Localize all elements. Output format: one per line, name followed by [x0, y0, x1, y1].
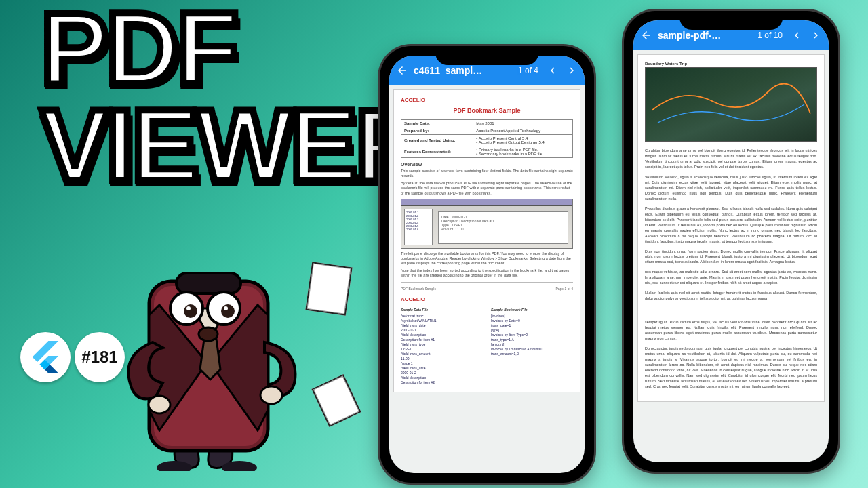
- body-text: Duis non tincidunt urna. Nam sapien risu…: [645, 249, 817, 266]
- svg-rect-4: [176, 273, 241, 293]
- svg-point-13: [260, 386, 282, 404]
- svg-point-8: [221, 304, 235, 318]
- code-columns: Sample Data File ^reformat trunc ^symbol…: [401, 308, 573, 385]
- flying-paper-icon: [305, 262, 352, 316]
- chevron-right-icon: [810, 29, 822, 41]
- body-text: This sample consists of a simple form co…: [401, 169, 573, 178]
- brand-logo: ACCELIO: [401, 97, 573, 103]
- body-text: nec neque vehicula, ac molestie odio orn…: [645, 270, 817, 286]
- body-text: Curabitur bibendum ante urna, vel blandi…: [645, 148, 817, 170]
- page-indicator: 1 of 10: [755, 30, 785, 40]
- body-text: The left pane displays the available boo…: [401, 251, 573, 266]
- next-page-button[interactable]: [564, 63, 579, 78]
- bookmark-tree: 2000-01-1 2000-01-2 2000-01-3 2000-01-4 …: [404, 209, 433, 245]
- document-title: sample-pdf-…: [658, 30, 751, 41]
- flutter-badge: [20, 332, 71, 382]
- record-form: Date 2000-01-1 Description Description f…: [438, 211, 568, 244]
- badges: #181: [20, 332, 125, 382]
- pdf-page[interactable]: ACCELIO PDF Bookmark Sample Sample Date:…: [393, 89, 580, 392]
- next-page-button[interactable]: [808, 28, 823, 43]
- back-button[interactable]: [395, 63, 410, 78]
- map-image: [645, 67, 817, 142]
- body-text: Donec auctor, turpis sed accumsan quis l…: [645, 346, 817, 390]
- svg-point-7: [184, 304, 197, 318]
- svg-point-10: [224, 306, 228, 310]
- body-text: By default, the data file will produce a…: [401, 181, 573, 195]
- body-text: semper ligula. Proin dictum eros turpis,…: [645, 320, 817, 342]
- svg-point-11: [199, 327, 218, 341]
- pdf-page[interactable]: Boundary Waters Trip Curabitur bibendum …: [637, 54, 825, 402]
- embedded-screenshot: 2000-01-1 2000-01-2 2000-01-3 2000-01-4 …: [401, 199, 573, 249]
- brand-logo: ACCELIO: [401, 296, 573, 302]
- body-text: Vestibulum eleifend, ligula a scelerisqu…: [645, 175, 817, 202]
- phone-mockup-right: sample-pdf-… 1 of 10 Boundary Waters Tri…: [624, 11, 838, 472]
- doc-title: PDF Bookmark Sample: [401, 107, 573, 114]
- prev-page-button[interactable]: [545, 63, 560, 78]
- document-title: c4611_sampl…: [414, 65, 511, 76]
- flutter-logo-icon: [32, 341, 59, 373]
- metadata-table: Sample Date:May 2001 Prepared by:Accelio…: [401, 119, 573, 158]
- body-text: Phasellus dapibus quam a hendrerit place…: [645, 207, 817, 245]
- back-button[interactable]: [639, 28, 654, 43]
- chevron-left-icon: [791, 29, 803, 41]
- prev-page-button[interactable]: [789, 28, 804, 43]
- phone-notch: [679, 11, 783, 30]
- headline-line1: PDF: [41, 0, 426, 97]
- arrow-left-icon: [640, 29, 652, 41]
- chevron-left-icon: [547, 64, 559, 77]
- section-heading: Overview: [401, 162, 573, 167]
- phone-mockup-left: c4611_sampl… 1 of 4 ACCELIO PDF Bookmark…: [380, 46, 594, 483]
- chevron-right-icon: [566, 64, 578, 77]
- mascot-character: [112, 241, 322, 471]
- page-indicator: 1 of 4: [515, 66, 541, 75]
- headline-line2: VIEWER: [41, 97, 426, 194]
- phone-notch: [435, 46, 538, 65]
- svg-point-9: [186, 306, 191, 310]
- body-text: Note that the index has been sorted acco…: [401, 268, 573, 278]
- map-caption: Boundary Waters Trip: [645, 62, 817, 66]
- svg-point-12: [149, 396, 170, 413]
- body-text: Nullam facilisis quis nisl sit amet matt…: [645, 291, 817, 302]
- headline: PDF VIEWER: [41, 0, 426, 193]
- arrow-left-icon: [396, 64, 408, 77]
